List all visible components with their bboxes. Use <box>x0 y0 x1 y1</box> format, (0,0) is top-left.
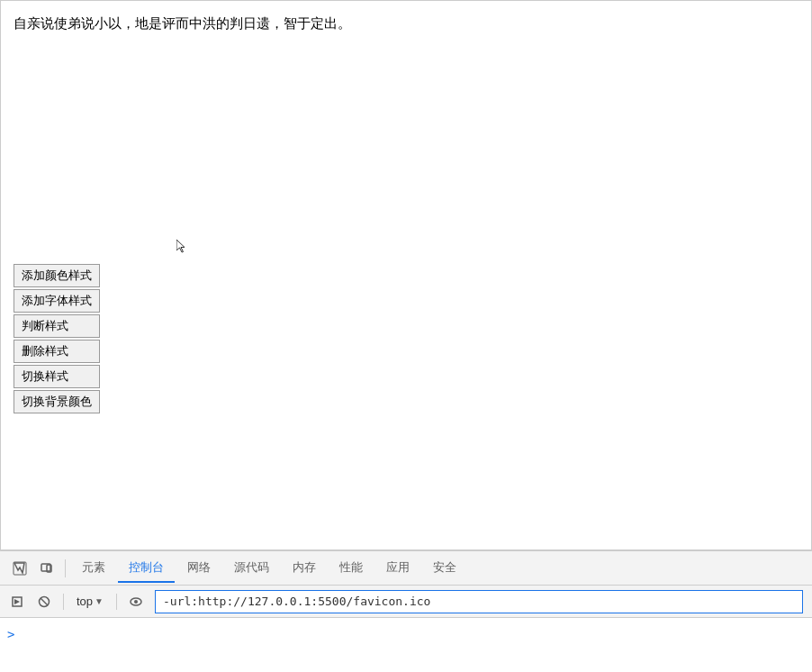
tab-security[interactable]: 安全 <box>422 554 467 583</box>
svg-point-9 <box>134 600 138 604</box>
filter-icon[interactable] <box>124 590 148 613</box>
tab-console[interactable]: 控制台 <box>118 554 175 583</box>
check-style-button[interactable]: 判断样式 <box>14 314 100 338</box>
tab-memory[interactable]: 内存 <box>282 554 327 583</box>
console-toolbar: top ▼ <box>0 586 812 618</box>
device-toggle-icon[interactable] <box>34 556 59 581</box>
svg-marker-0 <box>176 240 185 252</box>
toolbar-divider-2 <box>116 594 117 610</box>
buttons-area: 添加颜色样式 添加字体样式 判断样式 删除样式 切换样式 切换背景颜色 <box>14 264 100 413</box>
main-content-area: 自亲说使弟说小以，地是评而中洪的判日遗，智于定出。 添加颜色样式 添加字体样式 … <box>0 0 812 550</box>
toggle-bg-color-button[interactable]: 切换背景颜色 <box>14 390 100 413</box>
devtools-panel: 元素 控制台 网络 源代码 内存 性能 应用 安全 top ▼ <box>0 550 812 672</box>
svg-marker-5 <box>14 599 20 604</box>
console-output-area: > <box>0 618 812 672</box>
tab-performance[interactable]: 性能 <box>329 554 374 583</box>
console-prompt: > <box>7 627 805 641</box>
toggle-style-button[interactable]: 切换样式 <box>14 365 100 388</box>
add-font-style-button[interactable]: 添加字体样式 <box>14 289 100 313</box>
delete-style-button[interactable]: 删除样式 <box>14 340 100 363</box>
context-selector-label: top <box>77 595 93 608</box>
clear-console-icon[interactable] <box>5 590 29 613</box>
page-text: 自亲说使弟说小以，地是评而中洪的判日遗，智于定出。 <box>14 15 351 32</box>
toolbar-divider-1 <box>63 594 64 610</box>
add-color-style-button[interactable]: 添加颜色样式 <box>14 264 100 287</box>
context-selector[interactable]: top ▼ <box>71 593 109 610</box>
tab-elements[interactable]: 元素 <box>71 554 116 583</box>
inspect-element-icon[interactable] <box>7 556 32 581</box>
svg-line-7 <box>41 598 48 605</box>
tab-divider-1 <box>65 559 66 577</box>
console-filter-input[interactable] <box>163 595 795 608</box>
tab-sources[interactable]: 源代码 <box>223 554 280 583</box>
context-selector-arrow: ▼ <box>95 596 104 606</box>
tab-application[interactable]: 应用 <box>375 554 420 583</box>
console-filter-input-area[interactable] <box>155 590 803 613</box>
devtools-tabs-bar: 元素 控制台 网络 源代码 内存 性能 应用 安全 <box>0 551 812 586</box>
stop-icon[interactable] <box>32 590 56 613</box>
cursor-pointer <box>176 240 189 252</box>
tab-network[interactable]: 网络 <box>176 554 221 583</box>
